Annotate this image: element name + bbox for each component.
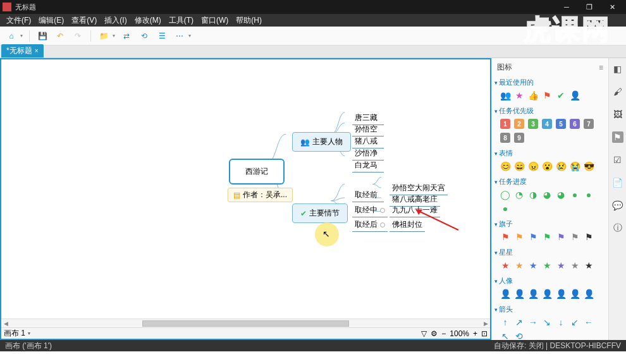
- priority-badge[interactable]: 6: [569, 118, 580, 130]
- leaf-node[interactable]: 取经前: [352, 188, 384, 202]
- priority-badge[interactable]: 8: [500, 132, 511, 143]
- leaf-node[interactable]: 白龙马: [352, 159, 384, 173]
- arrow-icon[interactable]: ↙: [569, 317, 580, 328]
- star-icon[interactable]: ★: [527, 260, 539, 271]
- section-flag[interactable]: 旗子: [494, 218, 606, 230]
- author-note[interactable]: ▤作者：吴承...: [228, 188, 293, 202]
- emoji-icon[interactable]: 😠: [527, 161, 539, 172]
- flag-icon[interactable]: ⚑: [583, 231, 594, 243]
- menu-edit[interactable]: 编辑(E): [35, 15, 68, 26]
- star-icon[interactable]: ★: [569, 260, 580, 271]
- more-icon[interactable]: ⋯: [173, 30, 186, 42]
- progress-icon[interactable]: ●: [569, 189, 580, 200]
- list-icon[interactable]: ☰: [156, 30, 168, 42]
- root-node[interactable]: 西游记: [229, 159, 285, 185]
- person-icon[interactable]: 👤: [527, 288, 539, 300]
- priority-badge[interactable]: 7: [583, 118, 594, 130]
- priority-badge[interactable]: 3: [527, 118, 539, 130]
- flag-icon[interactable]: ⚑: [500, 231, 511, 243]
- arrow-icon[interactable]: ↖: [500, 331, 511, 340]
- strip-marker-icon[interactable]: ⚑: [612, 131, 623, 143]
- branch-plot[interactable]: ✔主要情节: [292, 203, 348, 223]
- priority-badge[interactable]: 9: [513, 132, 525, 143]
- menu-modify[interactable]: 修改(M): [131, 15, 165, 26]
- folder-icon[interactable]: 📁: [97, 30, 110, 42]
- h-scrollbar[interactable]: ◀ ▶: [1, 318, 490, 327]
- zoom-level[interactable]: 100%: [450, 329, 469, 338]
- strip-outline-icon[interactable]: ◧: [612, 63, 623, 75]
- priority-badge[interactable]: 5: [555, 118, 567, 130]
- star-icon[interactable]: ★: [541, 260, 553, 271]
- icon-star[interactable]: ★: [513, 90, 525, 101]
- zoom-in-icon[interactable]: +: [473, 329, 477, 338]
- arrow-icon[interactable]: ←: [583, 317, 594, 328]
- emoji-icon[interactable]: 😮: [541, 161, 553, 172]
- section-person[interactable]: 人像: [494, 275, 606, 287]
- fit-icon[interactable]: ⊡: [481, 329, 488, 338]
- icon-thumb[interactable]: 👍: [527, 90, 539, 101]
- emoji-icon[interactable]: 😭: [569, 161, 580, 172]
- panel-menu-icon[interactable]: ≡: [599, 63, 603, 72]
- zoom-out-icon[interactable]: −: [441, 329, 446, 338]
- filter-icon[interactable]: ▽: [421, 329, 427, 338]
- scroll-right-icon[interactable]: ▶: [481, 319, 490, 328]
- canvas[interactable]: 西游记 ▤作者：吴承... 👥主要人物 唐三藏 孙悟空 猪八戒 沙悟净 白龙马 …: [1, 59, 490, 318]
- flag-icon[interactable]: ⚑: [513, 231, 525, 243]
- strip-image-icon[interactable]: 🖼: [612, 109, 623, 120]
- chevron-down-icon[interactable]: ▾: [28, 331, 30, 336]
- section-arrow[interactable]: 箭头: [494, 303, 606, 315]
- strip-info-icon[interactable]: ⓘ: [612, 222, 623, 234]
- star-icon[interactable]: ★: [555, 260, 567, 271]
- undo-icon[interactable]: ↶: [54, 30, 66, 42]
- section-priority[interactable]: 任务优先级: [494, 105, 606, 117]
- menu-insert[interactable]: 插入(I): [101, 15, 130, 26]
- arrow-icon[interactable]: ↗: [513, 317, 525, 328]
- progress-icon[interactable]: ◑: [527, 189, 539, 200]
- menu-view[interactable]: 查看(V): [68, 15, 101, 26]
- section-smiley[interactable]: 表情: [494, 147, 606, 159]
- home-icon[interactable]: ⌂: [5, 30, 18, 42]
- star-icon[interactable]: ★: [513, 260, 525, 271]
- emoji-icon[interactable]: 😄: [513, 161, 525, 172]
- flag-icon[interactable]: ⚑: [541, 231, 553, 243]
- icon-person[interactable]: 👥: [500, 90, 511, 101]
- menu-file[interactable]: 文件(F): [3, 15, 35, 26]
- flag-icon[interactable]: ⚑: [527, 231, 539, 243]
- priority-badge[interactable]: 2: [513, 118, 525, 130]
- strip-format-icon[interactable]: 🖌: [612, 86, 623, 97]
- icon-user[interactable]: 👤: [569, 90, 580, 101]
- section-recent[interactable]: 最近使用的: [494, 76, 606, 88]
- progress-icon[interactable]: ◕: [541, 189, 553, 200]
- share-icon[interactable]: ⇄: [120, 30, 133, 42]
- emoji-icon[interactable]: 😊: [500, 161, 511, 172]
- flag-icon[interactable]: ⚑: [555, 231, 567, 243]
- sheet-selector[interactable]: 画布 1: [4, 328, 25, 339]
- icon-flag[interactable]: ⚑: [541, 90, 553, 101]
- priority-badge[interactable]: 4: [541, 118, 553, 130]
- progress-icon[interactable]: ●: [583, 189, 594, 200]
- flag-icon[interactable]: ⚑: [569, 231, 580, 243]
- section-progress[interactable]: 任务进度: [494, 176, 606, 188]
- strip-comments-icon[interactable]: 💬: [612, 200, 623, 211]
- emoji-icon[interactable]: 😢: [555, 161, 567, 172]
- sync-icon[interactable]: ⟲: [138, 30, 150, 42]
- document-tab[interactable]: *无标题 ×: [1, 44, 44, 58]
- emoji-icon[interactable]: 😎: [583, 161, 594, 172]
- save-icon[interactable]: 💾: [36, 30, 49, 42]
- person-icon[interactable]: 👤: [541, 288, 553, 300]
- star-icon[interactable]: ★: [500, 260, 511, 271]
- person-icon[interactable]: 👤: [513, 288, 525, 300]
- icon-check[interactable]: ✔: [555, 90, 567, 101]
- arrow-icon[interactable]: ↑: [500, 317, 511, 328]
- arrow-icon[interactable]: ↘: [541, 317, 553, 328]
- leaf-node[interactable]: 取经后: [352, 218, 388, 232]
- leaf-node[interactable]: 取经中: [352, 203, 388, 217]
- progress-icon[interactable]: ◯: [500, 189, 511, 200]
- priority-badge[interactable]: 1: [500, 118, 511, 130]
- strip-task-icon[interactable]: ☑: [612, 154, 623, 166]
- arrow-icon[interactable]: ⟲: [513, 331, 525, 340]
- progress-icon[interactable]: ◕: [555, 189, 567, 200]
- branch-characters[interactable]: 👥主要人物: [292, 132, 351, 152]
- redo-icon[interactable]: ↷: [71, 30, 84, 42]
- tab-close-icon[interactable]: ×: [35, 47, 39, 54]
